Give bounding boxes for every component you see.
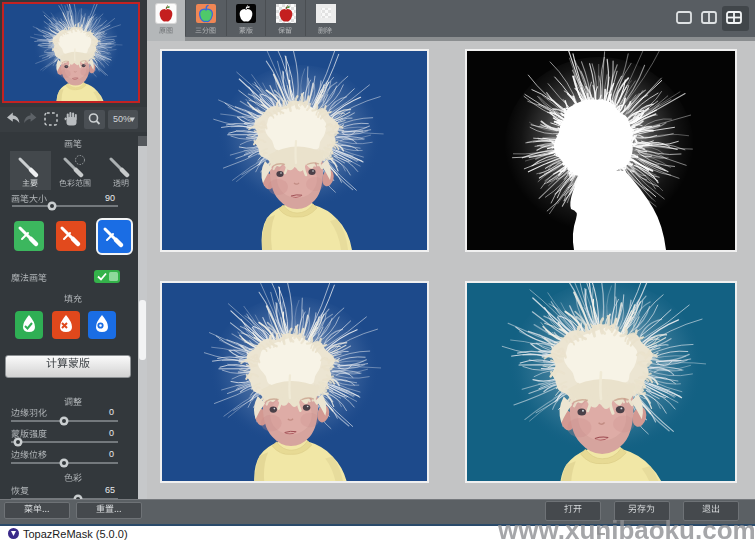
- svg-text:50%: 50%: [113, 114, 131, 124]
